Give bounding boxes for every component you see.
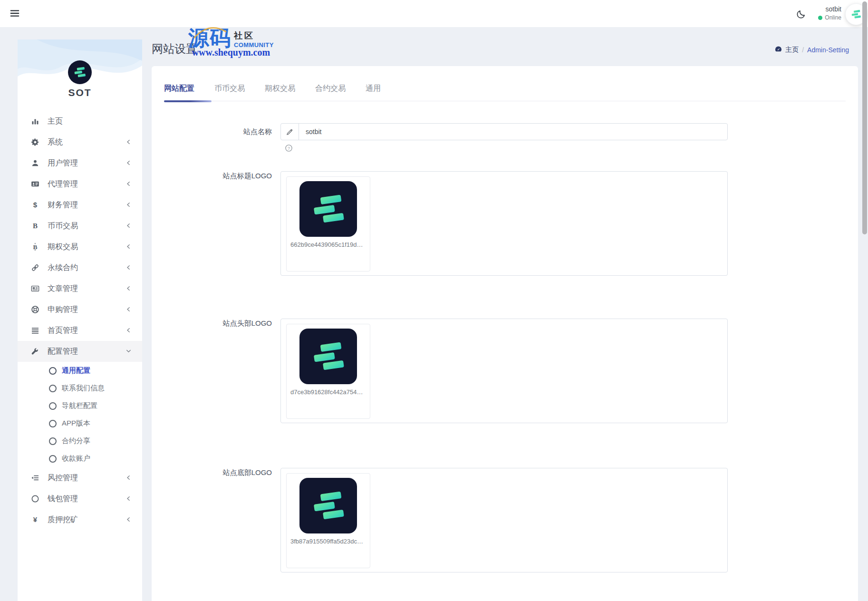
chevron-left-icon xyxy=(125,180,133,188)
help-icon[interactable] xyxy=(285,593,293,601)
tab[interactable]: 合约交易 xyxy=(315,80,346,101)
logo-field-row: 站点底部LOGO 3fb87a915509ffa5d23dc73... xyxy=(152,468,858,601)
breadcrumb-current: Admin-Setting xyxy=(807,46,849,54)
help-icon[interactable]: ? xyxy=(285,144,293,152)
delete-logo-button[interactable] xyxy=(298,255,306,264)
sidebar-item-link[interactable]: 永续合约 xyxy=(18,257,142,278)
sidebar-item-wrench[interactable]: 配置管理 xyxy=(18,341,142,362)
svg-text:¥: ¥ xyxy=(33,515,38,523)
sidebar-subitem[interactable]: 通用配置 xyxy=(18,362,142,379)
logo-upload-dropzone[interactable]: 3fb87a915509ffa5d23dc73... xyxy=(280,468,728,572)
main-content: 网站设置 源码 社区 COMMUNITY www.shequym.com 主页 … xyxy=(152,27,868,601)
sidebar: SOT 主页 系统 用户管理 代理管理 $ 财务管理 B 币币交易 B 期权交易… xyxy=(18,39,142,601)
sidebar-item-indent-list[interactable]: 风控管理 xyxy=(18,467,142,488)
sidebar-subitem[interactable]: 联系我们信息 xyxy=(18,379,142,397)
site-name-label: 站点名称 xyxy=(152,123,272,140)
watermark-logo: 源码 社区 COMMUNITY www.shequym.com xyxy=(188,27,274,58)
radio-circle-icon xyxy=(49,437,57,445)
tab[interactable]: 期权交易 xyxy=(265,80,295,101)
online-status-dot xyxy=(818,16,822,20)
sidebar-item-chart-bar[interactable]: 主页 xyxy=(18,111,142,132)
logo-image xyxy=(299,181,357,237)
sidebar-item-bitcoin[interactable]: B 期权交易 xyxy=(18,236,142,257)
logo-image xyxy=(299,478,357,533)
brand-logo-icon xyxy=(307,484,350,528)
help-icon[interactable] xyxy=(285,444,293,452)
logo-actions xyxy=(287,552,370,561)
hamburger-icon xyxy=(10,13,20,20)
sidebar-subitem[interactable]: APP版本 xyxy=(18,415,142,432)
user-meta[interactable]: sotbit Online xyxy=(803,4,841,21)
chevron-left-icon xyxy=(125,159,133,167)
logo-actions xyxy=(287,403,370,411)
sidebar-item-id-card[interactable]: 代理管理 xyxy=(18,174,142,194)
chevron-left-icon xyxy=(125,138,133,146)
logo-filename: d7ce3b91628fc442a754a33... xyxy=(287,388,370,396)
preview-logo-button[interactable] xyxy=(314,403,323,411)
sidebar-item-newspaper[interactable]: 文章管理 xyxy=(18,278,142,299)
preview-logo-button[interactable] xyxy=(314,255,323,264)
breadcrumb-home[interactable]: 主页 xyxy=(774,45,799,55)
sidebar-item-yen[interactable]: ¥ 质押挖矿 xyxy=(18,509,142,530)
sidebar-item-circle-o[interactable]: 钱包管理 xyxy=(18,488,142,509)
page-title: 网站设置 xyxy=(152,41,197,57)
logo-actions xyxy=(287,255,370,264)
preview-logo-button[interactable] xyxy=(314,552,323,561)
svg-text:?: ? xyxy=(288,146,290,151)
radio-circle-icon xyxy=(49,455,57,463)
radio-circle-icon xyxy=(49,385,57,392)
chevron-left-icon xyxy=(125,516,133,523)
sidebar-item-dollar[interactable]: $ 财务管理 xyxy=(18,194,142,215)
help-icon[interactable] xyxy=(285,296,293,304)
chart-bar-icon xyxy=(30,116,40,126)
logo-thumbnail-card: 3fb87a915509ffa5d23dc73... xyxy=(286,473,370,568)
indent-list-icon xyxy=(30,473,40,483)
logo-field-label: 站点标题LOGO xyxy=(152,171,272,181)
site-name-input[interactable] xyxy=(299,124,727,140)
top-navbar: sotbit Online xyxy=(0,0,868,27)
radio-circle-icon xyxy=(49,402,57,410)
sidebar-subitem[interactable]: 收款账户 xyxy=(18,450,142,467)
brand-logo-icon xyxy=(72,64,88,80)
sidebar-subitem[interactable]: 导航栏配置 xyxy=(18,397,142,415)
yen-icon: ¥ xyxy=(30,514,40,525)
logo-upload-dropzone[interactable]: 662b9ce4439065c1f19d2f1... xyxy=(280,171,728,276)
dollar-icon: $ xyxy=(30,200,40,210)
link-icon xyxy=(30,262,40,273)
sidebar-item-list[interactable]: 首页管理 xyxy=(18,320,142,341)
settings-card: 网站配置币币交易期权交易合约交易通用 站点名称 ? 站点标题LOGO 662b9… xyxy=(152,66,858,601)
chevron-left-icon xyxy=(125,222,133,230)
sidebar-item-gear[interactable]: 系统 xyxy=(18,132,142,153)
sidebar-item-lifebuoy[interactable]: 申购管理 xyxy=(18,299,142,320)
dashboard-icon xyxy=(774,45,782,55)
sidebar-item-letter-b[interactable]: B 币币交易 xyxy=(18,215,142,236)
tab[interactable]: 币币交易 xyxy=(214,80,245,101)
delete-logo-button[interactable] xyxy=(298,552,306,561)
logo-filename: 3fb87a915509ffa5d23dc73... xyxy=(287,538,370,545)
watermark-brand-side-bottom: COMMUNITY xyxy=(234,41,274,48)
sidebar-item-user[interactable]: 用户管理 xyxy=(18,153,142,174)
delete-logo-button[interactable] xyxy=(298,403,306,411)
logo-field-row: 站点标题LOGO 662b9ce4439065c1f19d2f1... xyxy=(152,171,858,307)
chevron-left-icon xyxy=(125,495,133,503)
tab[interactable]: 通用 xyxy=(366,80,381,101)
radio-circle-icon xyxy=(49,420,57,427)
logo-filename: 662b9ce4439065c1f19d2f1... xyxy=(287,241,370,248)
sidebar-brand-logo xyxy=(68,60,92,84)
scrollbar-thumb[interactable] xyxy=(862,1,867,234)
user-icon xyxy=(30,158,40,168)
id-card-icon xyxy=(30,179,40,189)
hamburger-menu-button[interactable] xyxy=(9,8,21,19)
brand-logo-icon xyxy=(307,187,350,231)
logo-image xyxy=(299,329,357,384)
tab[interactable]: 网站配置 xyxy=(164,80,194,101)
logo-upload-dropzone[interactable]: d7ce3b91628fc442a754a33... xyxy=(280,319,728,423)
page-scrollbar[interactable] xyxy=(861,0,868,601)
sidebar-subitem[interactable]: 合约分享 xyxy=(18,432,142,450)
gear-icon xyxy=(30,137,40,147)
user-status: Online xyxy=(803,14,841,21)
list-icon xyxy=(30,325,40,336)
svg-text:B: B xyxy=(33,222,38,230)
tab-bar: 网站配置币币交易期权交易合约交易通用 xyxy=(164,80,846,101)
brand-logo-icon xyxy=(849,8,863,21)
